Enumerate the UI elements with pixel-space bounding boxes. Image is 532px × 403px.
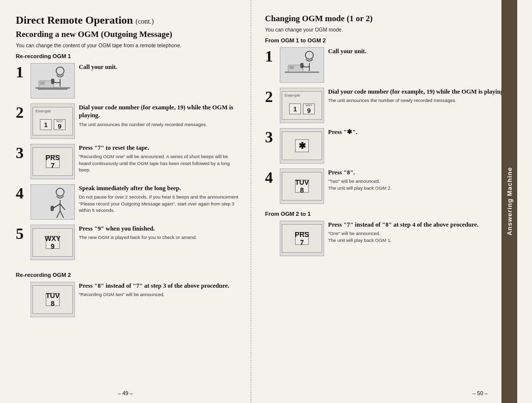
svg-rect-8 [51,79,54,84]
svg-rect-3 [40,82,45,85]
step-main-re2: Press "8" instead of "7" at step 3 of th… [79,282,239,290]
key-7: PRS 7 [46,155,60,168]
svg-point-21 [305,51,313,59]
subtitle-right: You can change your OGM mode. [265,27,505,33]
step-image-r2: Example 1 WXY 9 [280,88,324,123]
right-page: Changing OGM mode (1 or 2) You can chang… [251,0,517,403]
step-text-r1: Call your unit. [328,47,505,57]
step-row-4: 4 Speak immediately after the long be [16,184,239,220]
page-container: Direct Remote Operation (cont.) Recordin… [0,0,532,403]
step-text-2: Dial your code number (for example, 19) … [79,103,239,128]
step-text-ogm2: Press "7" instead of "8" at step 4 of th… [328,221,505,243]
step-detail-r4: "Two" will be announced.The unit will pl… [328,178,505,191]
step-text-r3: Press "✱". [328,128,505,137]
section-title-right: Changing OGM mode (1 or 2) [265,14,505,24]
svg-line-13 [60,204,65,210]
from-ogm2-label: From OGM 2 to 1 [265,211,505,217]
step-image-r4: TUV 8 [280,168,324,204]
step-row-2: 2 Example 1 WXY 9 [16,103,239,139]
step-detail-r2: The unit announces the number of newly r… [328,97,505,103]
key-star: ✱ [295,139,309,152]
step-main-r2: Dial your code number (for example, 19) … [328,88,505,96]
steps-left: 1 [16,63,239,262]
step-image-2: Example 1 WXY 9 [31,103,75,139]
step-image-ogm2: PRS 7 [280,221,324,256]
re-recording-ogm2-label: Re-recording OGM 2 [16,272,239,278]
subtitle-left: You can change the content of your OGM t… [16,42,239,48]
step-detail-2: The unit announces the number of newly r… [79,121,239,128]
step-number-r4: 4 [265,169,276,185]
key-9: WXY 9 [54,119,66,130]
svg-rect-23 [300,63,303,68]
step-main-r3: Press "✱". [328,128,505,136]
step-row-1: 1 [16,63,239,99]
key-7-ogm2: PRS 7 [295,232,309,245]
svg-point-9 [56,188,64,196]
step-row-r3: 3 ✱ Press "✱". [265,128,505,164]
svg-rect-12 [51,206,54,211]
key-1: 1 [40,119,52,130]
step-image-re2: TUV 8 [31,282,75,317]
step-row-re2: TUV 8 Press "8" instead of "7" at step 3… [16,282,239,317]
step-image-4 [31,184,75,220]
step-text-r4: Press "8". "Two" will be announced.The u… [328,168,505,191]
page-number-left: – 49 – [118,390,133,396]
key-8-re2: TUV 8 [46,293,60,306]
step-image-r3: ✱ [280,128,324,164]
left-page: Direct Remote Operation (cont.) Recordin… [0,0,251,403]
step-main-2: Dial your code number (for example, 19) … [79,103,239,120]
step-detail-4: Do not pause for over 2 seconds. If you … [79,194,239,213]
step-main-1: Call your unit. [79,63,239,71]
step-main-3: Press "7" to reset the tape. [79,144,239,152]
step-text-3: Press "7" to reset the tape. "Recording … [79,144,239,173]
key-9-step5: WXY 9 [46,236,60,249]
step-number-r1: 1 [265,48,276,64]
key-r1: 1 [289,103,301,114]
step-row-r1: 1 Call your [265,47,505,83]
key-r9: WXY 9 [303,103,315,114]
step-number-r3: 3 [265,129,276,145]
step-text-r2: Dial your code number (for example, 19) … [328,88,505,104]
step-detail-3: "Recording OGM one" will be announced. A… [79,153,239,173]
step-row-ogm2: PRS 7 Press "7" instead of "8" at step 4… [265,221,505,256]
title-text: Direct Remote Operation [16,14,133,26]
step-row-5: 5 WXY 9 Press "9" when you finished. The… [16,225,239,260]
svg-point-6 [56,67,64,75]
section-title-left: Recording a new OGM (Outgoing Message) [16,30,239,39]
step-number-3: 3 [16,145,27,161]
step-number-5: 5 [16,226,27,241]
step-number-4: 4 [16,185,27,201]
step-row-r4: 4 TUV 8 Press "8". "Two" will be announc… [265,168,505,204]
step-text-5: Press "9" when you finished. The new OGM… [79,225,239,241]
example-label-r: Example [285,93,300,98]
key-8-r4: TUV 8 [295,180,309,193]
steps-right: 1 Call your [265,47,505,206]
step-text-4: Speak immediately after the long beep. D… [79,184,239,213]
svg-rect-18 [289,66,294,69]
svg-line-15 [60,211,64,218]
re-recording-ogm1-label: Re-recording OGM 1 [16,53,239,59]
step-detail-ogm2: "One" will be announced.The unit will pl… [328,230,505,243]
step-text-re2: Press "8" instead of "7" at step 3 of th… [79,282,239,298]
step-image-1 [31,63,75,99]
example-label: Example [35,109,51,113]
step-detail-re2: "Recording OGM two" will be announced. [79,291,239,298]
from-ogm1-label: From OGM 1 to OGM 2 [265,37,505,43]
step-number-2: 2 [16,104,27,120]
step-detail-5: The new OGM is played back for you to ch… [79,234,239,240]
step-image-5: WXY 9 [31,225,75,260]
from-ogm2-section: From OGM 2 to 1 PRS 7 Press "7" instead … [265,211,505,256]
tab-label: Answering Machine [506,167,513,235]
step-text-1: Call your unit. [79,63,239,72]
step-image-3: PRS 7 [31,144,75,179]
svg-rect-1 [38,89,67,90]
page-number-right: – 50 – [472,390,488,396]
step-main-4: Speak immediately after the long beep. [79,184,239,192]
step-main-r1: Call your unit. [328,47,505,55]
step-main-r4: Press "8". [328,168,505,176]
step-row-3: 3 PRS 7 Press "7" to reset the tape. "Re… [16,144,239,179]
title-cont: (cont.) [135,18,154,25]
step-main-ogm2: Press "7" instead of "8" at step 4 of th… [328,221,505,229]
step-number-r2: 2 [265,89,276,104]
step-image-r1 [280,47,324,83]
